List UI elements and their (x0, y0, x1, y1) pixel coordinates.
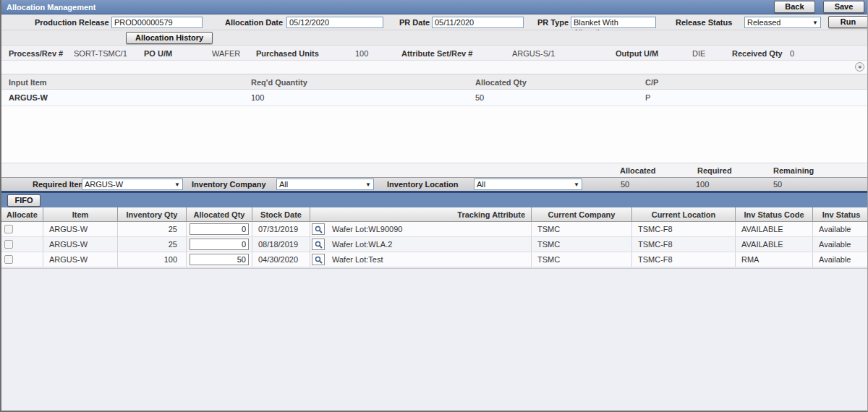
reqd-quantity-header: Req'd Quantity (251, 78, 307, 87)
inventory-row: ARGUS-W 25 08/18/2019 Wafer Lot:WLA.2 TS… (1, 237, 867, 252)
pr-type-field: Blanket With Allocation (571, 17, 656, 28)
run-button[interactable]: Run (828, 16, 868, 28)
allocated-qty-cell (187, 237, 252, 252)
back-button[interactable]: Back (774, 1, 815, 13)
required-items-select[interactable]: ARGUS-W ▼ (82, 179, 183, 190)
inventory-company-select[interactable]: All ▼ (276, 179, 374, 190)
input-item-link[interactable]: ARGUS-W (9, 93, 48, 102)
allocate-checkbox[interactable] (4, 255, 13, 264)
pr-date-label: PR Date (399, 18, 430, 27)
input-items-empty-area (1, 106, 867, 163)
stock-date-cell: 07/31/2019 (252, 222, 310, 237)
filters-row: Required Items ARGUS-W ▼ Inventory Compa… (1, 177, 867, 191)
tracking-attribute-text: Wafer Lot:WLA.2 (332, 240, 392, 249)
inventory-qty-cell: 100 (118, 252, 187, 267)
allocate-cell (1, 222, 43, 237)
page-title: Allocation Management (7, 3, 95, 12)
purchased-units-label: Purchased Units (256, 49, 319, 58)
tracking-attribute-text: Wafer Lot:WL90090 (332, 225, 402, 233)
stock-date-col-header: Stock Date (252, 207, 310, 222)
attribute-set-value: ARGUS-S/1 (512, 49, 555, 58)
tracking-attribute-cell: Wafer Lot:WL90090 (310, 222, 532, 237)
inv-status-code-col-header: Inv Status Code (736, 207, 813, 222)
inventory-location-value: All (477, 180, 485, 189)
pr-type-label: PR Type (537, 18, 569, 27)
output-um-label: Output U/M (616, 49, 658, 58)
tracking-attribute-text: Wafer Lot:Test (332, 255, 383, 264)
inventory-row: ARGUS-W 25 07/31/2019 Wafer Lot:WL90090 … (1, 222, 867, 237)
release-status-label: Release Status (676, 18, 732, 27)
inv-status-cell: Available (813, 252, 868, 267)
inventory-company-label: Inventory Company (192, 180, 266, 189)
input-item-row: ARGUS-W 100 50 P (1, 90, 867, 106)
received-qty-value: 0 (790, 49, 794, 58)
inventory-company-value: All (279, 180, 288, 189)
process-rev-value: SORT-TSMC/1 (74, 49, 127, 58)
current-company-col-header: Current Company (532, 207, 632, 222)
inventory-table-header: Allocate Item Inventory Qty Allocated Qt… (1, 207, 867, 222)
allocated-qty-input[interactable] (190, 254, 249, 265)
caret-down-icon: ▼ (174, 181, 180, 188)
inv-status-code-cell: AVAILABLE (736, 222, 813, 237)
release-status-value: Released (747, 18, 780, 27)
allocated-qty-cell (187, 222, 252, 237)
allocate-checkbox[interactable] (4, 225, 13, 233)
current-location-cell: TSMC-F8 (632, 252, 736, 267)
allocate-cell (1, 252, 43, 267)
caret-down-icon: ▼ (812, 20, 818, 26)
item-cell: ARGUS-W (43, 222, 118, 237)
tracking-attribute-cell: Wafer Lot:WLA.2 (310, 237, 532, 252)
stock-date-cell: 04/30/2020 (252, 252, 310, 267)
inv-status-cell: Available (813, 222, 868, 237)
caret-down-icon: ▼ (365, 181, 371, 188)
item-col-header: Item (43, 207, 118, 222)
inventory-qty-col-header: Inventory Qty (118, 207, 187, 222)
chevron-double-down-icon[interactable]: » (855, 62, 864, 72)
caret-down-icon: ▼ (574, 181, 579, 188)
cp-value: P (645, 93, 650, 102)
reqd-quantity-value: 100 (251, 93, 264, 102)
purchased-units-value: 100 (355, 49, 368, 58)
po-um-label: PO U/M (144, 49, 172, 58)
production-release-input[interactable] (111, 17, 203, 28)
allocated-summary-header: Allocated (620, 166, 656, 175)
allocated-qty-header: Allocated Qty (475, 78, 527, 87)
inventory-location-select[interactable]: All ▼ (474, 179, 582, 190)
inv-status-code-cell: RMA (736, 252, 813, 267)
po-um-value: WAFER (212, 49, 240, 58)
allocated-summary-value: 50 (621, 180, 629, 189)
allocate-checkbox[interactable] (4, 240, 13, 249)
allocation-date-label: Allocation Date (225, 18, 283, 27)
save-button[interactable]: Save (823, 1, 864, 13)
inv-status-col-header: Inv Status (813, 207, 868, 222)
item-cell: ARGUS-W (43, 237, 118, 252)
current-location-col-header: Current Location (632, 207, 736, 222)
required-items-value: ARGUS-W (85, 180, 123, 189)
allocation-history-button[interactable]: Allocation History (126, 32, 213, 44)
allocated-qty-input[interactable] (190, 239, 249, 250)
fifo-bar: FIFO (1, 193, 867, 207)
fifo-button[interactable]: FIFO (7, 194, 41, 207)
required-summary-header: Required (697, 166, 732, 175)
form-row: Production Release Allocation Date PR Da… (1, 14, 867, 30)
allocation-date-input[interactable] (286, 17, 383, 28)
required-summary-value: 100 (696, 180, 709, 189)
inv-status-code-cell: AVAILABLE (736, 237, 813, 252)
empty-bottom-area (1, 268, 867, 411)
magnifier-icon[interactable] (312, 254, 325, 265)
allocated-qty-cell (187, 252, 252, 267)
inventory-qty-cell: 25 (118, 222, 187, 237)
current-company-cell: TSMC (532, 222, 632, 237)
allocated-qty-col-header: Allocated Qty (187, 207, 252, 222)
production-release-label: Production Release (35, 18, 109, 27)
pr-date-input[interactable] (432, 17, 524, 28)
release-status-select[interactable]: Released ▼ (744, 17, 821, 28)
magnifier-icon[interactable] (312, 239, 325, 250)
allocated-qty-input[interactable] (190, 223, 249, 235)
summary-header-row: Allocated Required Remaining (1, 163, 867, 177)
magnifier-icon[interactable] (312, 223, 325, 235)
attribute-set-label: Attribute Set/Rev # (401, 49, 472, 58)
collapse-row: » (1, 61, 867, 74)
current-company-cell: TSMC (532, 252, 632, 267)
received-qty-label: Received Qty (732, 49, 783, 58)
